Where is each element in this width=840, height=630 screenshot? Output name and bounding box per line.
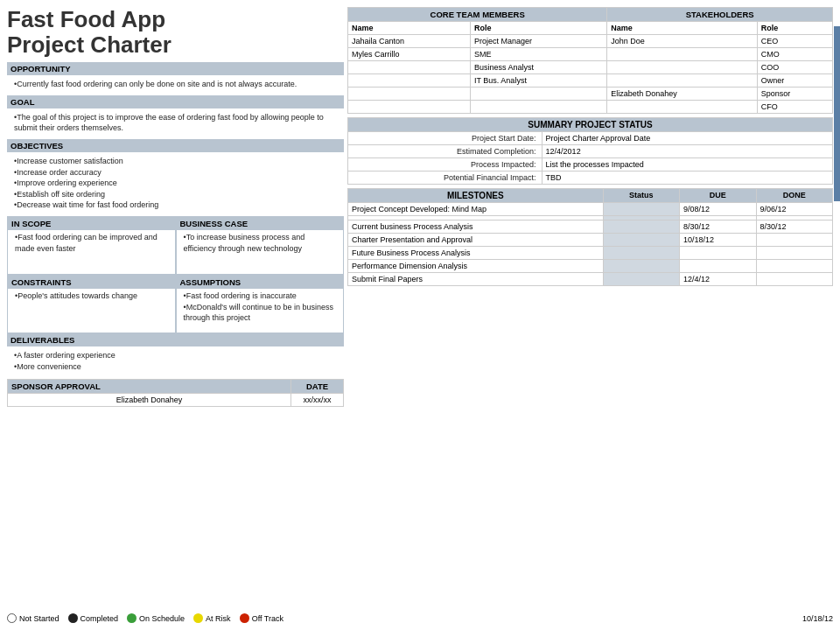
core-team-name [348,101,471,114]
milestone-status [603,273,679,286]
core-team-name: Myles Carrillo [348,48,471,61]
milestones-done-col-header: DONE [756,189,832,203]
milestones-status-col-header: Status [603,189,679,203]
stakeholder-role: COO [757,61,832,74]
date-header: DATE [291,380,344,394]
milestone-name: Performance Dimension Analysis [348,260,604,273]
team-row: Jahaila Canton Project Manager John Doe … [348,35,833,48]
sponsor-date: xx/xx/xx [291,394,344,407]
legend-label: On Schedule [139,614,185,623]
opportunity-header: OPPORTUNITY [7,62,344,75]
milestone-done: 8/30/12 [756,220,832,234]
core-team-name [348,61,471,74]
milestone-status [603,203,679,216]
summary-value: List the processes Impacted [542,158,832,172]
scope-business-row: IN SCOPE •Fast food ordering can be impr… [7,216,344,275]
summary-value: TBD [542,172,832,185]
constraints-header: CONSTRAINTS [8,276,175,289]
stakeholder-name: John Doe [607,35,757,48]
milestone-status [603,260,679,273]
team-row: Elizabeth Donahey Sponsor [348,88,833,101]
milestones-table: MILESTONES Status DUE DONE Project Conce… [347,188,833,286]
core-team-role [471,101,607,114]
core-team-role: SME [471,48,607,61]
milestones-header: MILESTONES [348,189,604,203]
sponsor-name: Elizabeth Donahey [8,394,291,407]
milestones-due-col-header: DUE [680,189,756,203]
footer: Not Started Completed On Schedule At Ris… [7,613,833,623]
milestone-due: 10/18/12 [680,234,756,247]
summary-row: Project Start Date: Project Charter Appr… [348,132,833,145]
constraints-body: •People's attitudes towards change [8,289,175,332]
opportunity-section: OPPORTUNITY •Currently fast food orderin… [7,62,344,95]
business-case-col: BUSINESS CASE •To increase business proc… [176,216,345,275]
summary-value: 12/4/2012 [542,145,832,158]
constraints-assumptions-row: CONSTRAINTS •People's attitudes towards … [7,275,344,333]
stakeholder-name [607,101,757,114]
milestone-row: Current business Process Analysis 8/30/1… [348,220,833,234]
team-row: Myles Carrillo SME CMO [348,48,833,61]
core-team-role-col-header: Role [471,22,607,35]
stakeholder-role: CFO [757,101,832,114]
legend-item: Off Track [240,613,284,623]
milestone-name: Project Concept Developed: Mind Map [348,203,604,216]
constraints-col: CONSTRAINTS •People's attitudes towards … [7,275,176,333]
legend-label: At Risk [206,614,231,623]
legend-item: Completed [68,613,119,623]
goal-body: •The goal of this project is to improve … [7,110,344,139]
main-content: Fast Food App Project Charter OPPORTUNIT… [7,7,833,610]
stakeholder-name: Elizabeth Donahey [607,88,757,101]
milestone-status [603,234,679,247]
milestone-row: Performance Dimension Analysis [348,260,833,273]
core-team-name [348,74,471,88]
milestone-row: Project Concept Developed: Mind Map 9/08… [348,203,833,216]
goal-header: GOAL [7,95,344,108]
assumptions-col: ASSUMPTIONS •Fast food ordering is inacc… [176,275,345,333]
project-title: Fast Food App Project Charter [7,7,344,57]
in-scope-body: •Fast food ordering can be improved and … [8,230,175,274]
legend-circle-black [68,613,78,623]
assumptions-body: •Fast food ordering is inaccurate •McDon… [177,289,344,332]
in-scope-header: IN SCOPE [8,217,175,230]
business-case-body: •To increase business process and effici… [177,230,344,274]
core-team-name [348,88,471,101]
footer-date: 10/18/12 [802,614,833,623]
stakeholder-name [607,61,757,74]
deliverables-header: DELIVERABLES [7,333,344,346]
milestone-row: Submit Final Papers 12/4/12 [348,273,833,286]
right-panel: CORE TEAM MEMBERS STAKEHOLDERS Name Role… [344,7,833,610]
left-panel: Fast Food App Project Charter OPPORTUNIT… [7,7,344,610]
summary-row: Estimated Completion: 12/4/2012 [348,145,833,158]
stakeholder-name [607,74,757,88]
opportunity-body: •Currently fast food ordering can only b… [7,77,344,95]
milestone-row: Charter Presentation and Approval 10/18/… [348,234,833,247]
stakeholder-role: CMO [757,48,832,61]
milestone-done [756,247,832,260]
core-team-header: CORE TEAM MEMBERS [348,8,607,22]
legend-item: Not Started [7,613,60,623]
core-team-role: IT Bus. Analyst [471,74,607,88]
milestone-name: Charter Presentation and Approval [348,234,604,247]
team-stakeholders-table: CORE TEAM MEMBERS STAKEHOLDERS Name Role… [347,7,833,114]
stakeholder-name [607,48,757,61]
summary-row: Process Impacted: List the processes Imp… [348,158,833,172]
summary-label: Process Impacted: [348,158,542,172]
legend-item: On Schedule [127,613,185,623]
legend-circle-green [127,613,136,623]
milestone-row: Future Business Process Analysis [348,247,833,260]
legend-label: Off Track [252,614,284,623]
legend-item: At Risk [193,613,231,623]
core-team-name-col-header: Name [348,22,471,35]
goal-section: GOAL •The goal of this project is to imp… [7,95,344,139]
sponsor-approval-table: SPONSOR APPROVAL DATE Elizabeth Donahey … [7,379,344,407]
legend-circle-red [240,613,249,623]
deliverables-body: •A faster ordering experience •More conv… [7,348,344,377]
legend-circle-yellow [193,613,203,623]
milestone-due [680,260,756,273]
right-blue-bar [834,26,840,201]
page: Fast Food App Project Charter OPPORTUNIT… [0,0,840,630]
stakeholder-role: CEO [757,35,832,48]
core-team-role: Project Manager [471,35,607,48]
legend-label: Completed [80,614,119,623]
objectives-header: OBJECTIVES [7,139,344,152]
